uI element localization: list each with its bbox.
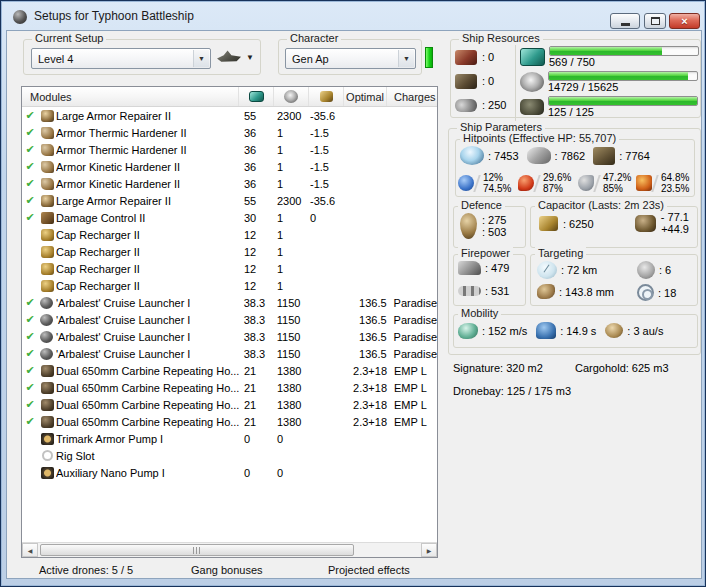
module-cpu: 36 (244, 161, 277, 173)
ship-browse-button[interactable]: ▼ (217, 50, 254, 64)
fitted-check-icon: ✔ (22, 330, 38, 343)
module-cpu: 36 (244, 127, 277, 139)
fitted-check-icon: ✔ (22, 347, 38, 360)
module-cpu: 55 (244, 110, 277, 122)
fitted-check-icon: ✔ (22, 160, 38, 173)
module-row[interactable]: ✔ Armor Kinetic Hardener II 36 1 -1.5 (22, 175, 437, 192)
module-name: 'Arbalest' Cruise Launcher I (56, 297, 244, 309)
dronebay-usage: 125 / 125 (548, 106, 698, 118)
module-name: Damage Control II (56, 212, 244, 224)
hitpoints-title: Hitpoints (Effective HP: 55,707) (460, 132, 619, 144)
minimize-button[interactable] (610, 13, 640, 29)
projected-effects-toggle[interactable]: Projected effects (328, 564, 410, 576)
module-row[interactable]: ✔ Cap Recharger II 12 1 (22, 243, 437, 260)
module-cpu: 36 (244, 178, 277, 190)
align-time: : 14.9 s (560, 325, 596, 337)
module-name: Rig Slot (56, 450, 244, 462)
module-optimal: 2.3+18 (344, 382, 387, 394)
module-optimal: 136.5 (344, 297, 387, 309)
module-icon (41, 382, 54, 394)
gang-bonuses-toggle[interactable]: Gang bonuses (191, 564, 263, 576)
chevron-down-icon: ▼ (246, 53, 254, 62)
defence-icon (460, 213, 477, 239)
divider (533, 175, 543, 192)
module-name: Dual 650mm Carbine Repeating Ho... (56, 365, 244, 377)
module-cpu: 21 (244, 365, 277, 377)
scrollbar-thumb[interactable] (40, 544, 354, 556)
module-cpu: 0 (244, 467, 277, 479)
module-icon (42, 450, 53, 461)
module-row[interactable]: ✔ Cap Recharger II 12 1 (22, 277, 437, 294)
close-button[interactable]: × (669, 13, 700, 29)
module-row[interactable]: ✔ Armor Thermic Hardener II 36 1 -1.5 (22, 124, 437, 141)
scan-resolution-icon (637, 284, 654, 301)
module-powergrid: 0 (277, 467, 310, 479)
firepower-title: Firepower (458, 247, 513, 259)
scroll-right-arrow[interactable]: ▶ (421, 543, 437, 557)
module-row[interactable]: ✔ Dual 650mm Carbine Repeating Ho... 21 … (22, 413, 437, 430)
module-row[interactable]: ✔ Armor Thermic Hardener II 36 1 -1.5 (22, 141, 437, 158)
module-powergrid: 1380 (277, 382, 310, 394)
armor-icon (527, 147, 551, 164)
module-name: Dual 650mm Carbine Repeating Ho... (56, 416, 244, 428)
module-row[interactable]: ✔ 'Arbalest' Cruise Launcher I 38.3 1150… (22, 328, 437, 345)
module-row[interactable]: ✔ Large Armor Repairer II 55 2300 -35.6 (22, 192, 437, 209)
max-velocity: : 152 m/s (482, 325, 527, 337)
module-row[interactable]: ✔ Trimark Armor Pump I 0 0 (22, 430, 437, 447)
signature-stat: Signature: 320 m2 (453, 362, 543, 374)
targeting-title: Targeting (535, 247, 586, 259)
module-name: Cap Recharger II (56, 229, 244, 241)
module-row[interactable]: ✔ Dual 650mm Carbine Repeating Ho... 21 … (22, 396, 437, 413)
module-icon (41, 280, 54, 292)
module-row[interactable]: ✔ Rig Slot (22, 447, 437, 464)
module-charge: Paradise (387, 331, 437, 343)
maximize-button[interactable] (644, 13, 666, 29)
module-row[interactable]: ✔ 'Arbalest' Cruise Launcher I 38.3 1150… (22, 345, 437, 362)
fitted-check-icon: ✔ (22, 381, 38, 394)
module-row[interactable]: ✔ Auxiliary Nano Pump I 0 0 (22, 464, 437, 481)
module-row[interactable]: ✔ Large Armor Repairer II 55 2300 -35.6 (22, 107, 437, 124)
titlebar[interactable]: Setups for Typhoon Battleship × (1, 1, 705, 30)
drone-icon (520, 99, 544, 115)
module-name: Auxiliary Nano Pump I (56, 467, 244, 479)
module-name: 'Arbalest' Cruise Launcher I (56, 314, 244, 326)
maximize-icon (651, 17, 660, 25)
powergrid-icon (284, 90, 298, 103)
module-icon (40, 348, 53, 360)
kinetic-armor-resist: 85% (603, 183, 631, 194)
module-powergrid: 2300 (277, 195, 310, 207)
module-powergrid: 2300 (277, 110, 310, 122)
turret-firepower-icon (458, 261, 481, 275)
module-powergrid: 1 (277, 161, 310, 173)
fitted-check-icon: ✔ (22, 126, 38, 139)
character-select[interactable]: Gen Ap ▼ (285, 48, 416, 69)
module-row[interactable]: ✔ Cap Recharger II 12 1 (22, 226, 437, 243)
module-row[interactable]: ✔ 'Arbalest' Cruise Launcher I 38.3 1150… (22, 311, 437, 328)
module-optimal: 2.3+18 (344, 399, 387, 411)
fitted-check-icon: ✔ (22, 194, 38, 207)
module-cap-use: 0 (310, 212, 344, 224)
em-resist-icon (458, 175, 474, 191)
module-powergrid: 1 (277, 229, 310, 241)
horizontal-scrollbar[interactable]: ◀ ▶ (22, 542, 437, 557)
module-icon (41, 178, 54, 190)
module-powergrid: 1380 (277, 365, 310, 377)
module-powergrid: 1 (277, 280, 310, 292)
module-row[interactable]: ✔ Dual 650mm Carbine Repeating Ho... 21 … (22, 379, 437, 396)
scroll-left-arrow[interactable]: ◀ (22, 543, 38, 557)
module-row[interactable]: ✔ Armor Kinetic Hardener II 36 1 -1.5 (22, 158, 437, 175)
module-cpu: 38.3 (244, 348, 277, 360)
module-cap-use: -1.5 (310, 161, 344, 173)
current-setup-select[interactable]: Level 4 ▼ (31, 48, 211, 69)
module-row[interactable]: ✔ Dual 650mm Carbine Repeating Ho... 21 … (22, 362, 437, 379)
modules-table-header: Modules Optimal Charges (22, 87, 437, 107)
module-row[interactable]: ✔ 'Arbalest' Cruise Launcher I 38.3 1150… (22, 294, 437, 311)
module-icon (41, 110, 54, 122)
module-row[interactable]: ✔ Damage Control II 30 1 0 (22, 209, 437, 226)
ship-icon (217, 50, 241, 64)
module-row[interactable]: ✔ Cap Recharger II 12 1 (22, 260, 437, 277)
module-charge: EMP L (387, 399, 437, 411)
module-name: Cap Recharger II (56, 246, 244, 258)
module-powergrid: 1150 (277, 331, 310, 343)
scrollbar-track[interactable] (38, 543, 421, 557)
